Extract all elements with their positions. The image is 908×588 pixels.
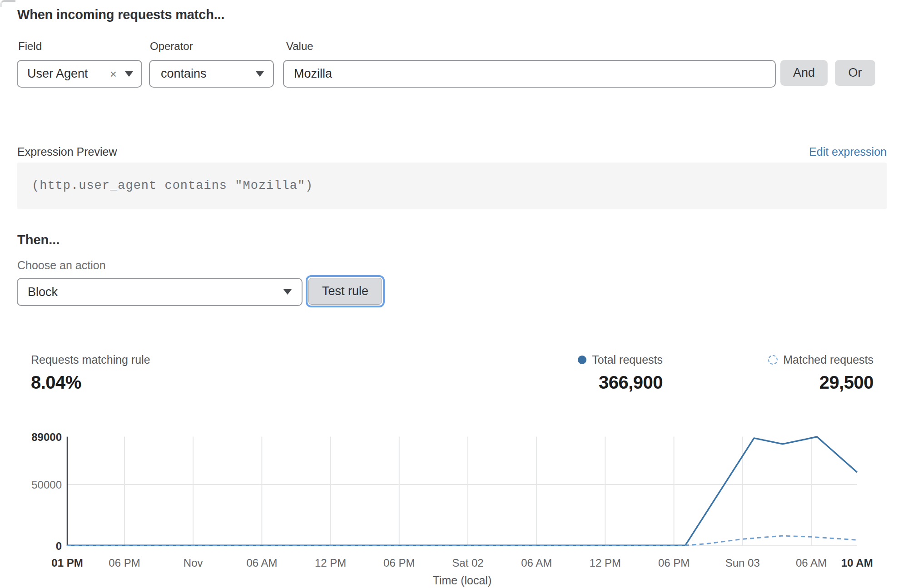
requests-chart: 0500008900001 PM06 PMNov06 AM12 PM06 PMS… [0,427,908,588]
svg-text:0: 0 [56,540,62,552]
field-label: Field [18,40,42,53]
expression-code-block: (http.user_agent contains "Mozilla") [17,163,887,209]
page-title: When incoming requests match... [17,7,224,22]
value-input[interactable] [283,60,776,88]
total-requests-legend: Total requests [578,353,663,366]
caret-down-icon [283,289,292,295]
field-select[interactable]: User Agent × [17,60,142,88]
requests-matching-value: 8.04% [31,372,81,393]
svg-text:01 PM: 01 PM [51,557,83,569]
field-select-value: User Agent [27,67,88,81]
svg-text:Time (local): Time (local) [433,574,492,587]
edit-expression-link[interactable]: Edit expression [809,145,887,158]
svg-text:Nov: Nov [184,557,203,569]
total-requests-dot-icon [578,356,586,364]
svg-text:89000: 89000 [31,431,62,443]
svg-text:06 PM: 06 PM [109,557,140,569]
svg-text:06 AM: 06 AM [521,557,552,569]
remove-field-icon[interactable]: × [110,68,117,80]
then-title: Then... [17,232,60,247]
operator-select-value: contains [161,67,207,81]
svg-text:10 AM: 10 AM [841,557,873,569]
matched-requests-dashed-circle-icon [768,355,778,365]
total-requests-value: 366,900 [599,372,663,393]
and-button[interactable]: And [780,60,828,86]
matched-requests-label: Matched requests [783,353,873,366]
requests-matching-label: Requests matching rule [31,353,150,366]
expression-preview-label: Expression Preview [17,145,117,158]
svg-text:06 AM: 06 AM [796,557,827,569]
caret-down-icon [125,71,133,77]
operator-select[interactable]: contains [149,60,274,88]
test-rule-button[interactable]: Test rule [308,278,382,305]
expression-code: (http.user_agent contains "Mozilla") [17,163,887,209]
caret-down-icon [256,71,264,77]
operator-label: Operator [150,40,193,53]
action-select[interactable]: Block [17,278,303,306]
firewall-rule-builder: When incoming requests match... Field Op… [0,0,908,588]
choose-action-label: Choose an action [17,259,106,272]
svg-text:06 AM: 06 AM [246,557,277,569]
svg-text:12 PM: 12 PM [315,557,346,569]
value-label: Value [286,40,313,53]
or-button[interactable]: Or [835,60,875,86]
matched-requests-legend: Matched requests [768,353,873,366]
svg-text:12 PM: 12 PM [590,557,621,569]
card-corner-artifact [0,0,15,7]
action-select-value: Block [28,285,58,299]
svg-text:06 PM: 06 PM [383,557,415,569]
svg-text:06 PM: 06 PM [658,557,690,569]
svg-text:Sat 02: Sat 02 [452,557,483,569]
total-requests-label: Total requests [592,353,663,366]
test-rule-focus-ring: Test rule [306,275,385,307]
svg-text:50000: 50000 [31,479,62,491]
svg-text:Sun 03: Sun 03 [725,557,760,569]
matched-requests-value: 29,500 [819,372,873,393]
